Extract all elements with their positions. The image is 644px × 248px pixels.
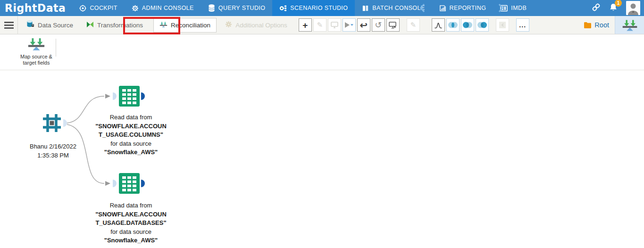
menu-label: COCKPIT: [90, 5, 117, 11]
compare-button-group: ...: [432, 18, 531, 32]
edit-icon: ✎: [410, 21, 416, 29]
database-icon: [208, 4, 215, 12]
read-node-1[interactable]: [119, 86, 140, 108]
venn-right-join-button[interactable]: [476, 18, 489, 32]
venn-left-join-button[interactable]: [461, 18, 474, 32]
reconcile-scale-icon: [622, 19, 638, 31]
read-node-2[interactable]: [119, 173, 140, 196]
folder-icon: [584, 22, 592, 28]
more-options-button[interactable]: ...: [516, 18, 529, 32]
reconciliation-mode-indicator[interactable]: [615, 16, 644, 34]
tab-data-source[interactable]: Data Source: [22, 17, 78, 33]
topbar-right-cluster: 1: [592, 0, 640, 16]
run-server-icon: [389, 22, 397, 29]
menu-item-reporting[interactable]: REPORTING: [432, 0, 493, 16]
datasource-db-icon: [26, 20, 34, 30]
add-button[interactable]: +: [299, 18, 312, 32]
tab-label: Additional Options: [235, 22, 287, 29]
read-node-2-input-port[interactable]: [113, 180, 117, 187]
panel-collapse-button: [496, 18, 509, 32]
menu-item-query-studio[interactable]: QUERY STUDIO: [201, 0, 273, 16]
app-root: RightData COCKPIT ADMIN CONSOLE QUERY ST…: [0, 0, 644, 248]
distribution-curve-icon: [434, 22, 443, 29]
edit-scenario-button: ✎: [407, 18, 420, 32]
scenario-toolbar: Data Source Transformations Reconciliati…: [0, 16, 644, 34]
tab-additional-options: Additional Options: [220, 18, 292, 32]
scenario-flow-icon: [279, 5, 287, 12]
transform-bowtie-icon: [86, 21, 94, 30]
source-node-label: Bhanu 2/16/2022 1:35:38 PM: [14, 142, 92, 160]
read-node-1-output-port[interactable]: [141, 92, 145, 100]
action-button-group: + ✎ ↩ ↺ ✎: [299, 18, 421, 32]
scenario-canvas[interactable]: Map source & target fields Bhanu 2/16/20…: [0, 35, 644, 248]
read-node-2-output-port[interactable]: [141, 180, 145, 187]
arrowhead-icon: [105, 94, 110, 99]
tab-reconciliation[interactable]: Reconciliation: [153, 18, 217, 33]
edit-button: ✎: [313, 18, 326, 32]
hamburger-icon: [4, 22, 14, 29]
map-source-target-tool[interactable]: Map source & target fields: [19, 38, 54, 66]
menu-label: QUERY STUDIO: [218, 5, 266, 11]
map-scale-icon: [27, 38, 45, 50]
menu-label: BATCH CONSOLE: [372, 5, 425, 11]
dropdown-caret-icon: [351, 24, 353, 26]
table-node-icon: [119, 86, 140, 107]
edit-icon: ✎: [317, 21, 323, 29]
avatar[interactable]: [626, 1, 640, 15]
menu-label: ADMIN CONSOLE: [142, 5, 194, 11]
cockpit-icon: [79, 5, 86, 12]
menu-item-scenario-studio[interactable]: SCENARIO STUDIO: [272, 0, 355, 16]
menu-label: SCENARIO STUDIO: [290, 5, 348, 11]
venn-inner-join-button[interactable]: [446, 18, 460, 32]
report-chart-icon: [439, 5, 446, 12]
palette-divider-line: [0, 70, 644, 70]
run-button[interactable]: [343, 18, 356, 32]
source-scenario-node[interactable]: [42, 113, 62, 135]
venn-right-join-icon: [476, 21, 488, 29]
tab-label: Reconciliation: [171, 22, 210, 29]
play-icon: [345, 22, 350, 28]
source-output-port[interactable]: [63, 119, 67, 127]
history-button[interactable]: ↺: [372, 18, 385, 32]
hash-node-icon: [42, 113, 62, 133]
distribution-button[interactable]: [432, 18, 445, 32]
ellipsis-icon: ...: [519, 22, 526, 28]
menu-label: IMDB: [511, 5, 527, 11]
map-tool-label: Map source & target fields: [19, 54, 54, 66]
panel-collapse-icon: [499, 21, 506, 29]
main-menu: COCKPIT ADMIN CONSOLE QUERY STUDIO SCENA…: [72, 0, 534, 16]
venn-left-join-icon: [461, 21, 474, 29]
venn-inner-join-icon: [447, 21, 459, 29]
notifications-bell[interactable]: 1: [609, 3, 618, 14]
gear-icon: [132, 5, 139, 12]
hamburger-menu-button[interactable]: [0, 16, 18, 34]
menu-label: REPORTING: [450, 5, 486, 11]
tab-transformations[interactable]: Transformations: [82, 18, 148, 33]
arrowhead-icon: [105, 181, 110, 186]
plus-icon: +: [302, 21, 308, 30]
tab-label: Data Source: [38, 22, 73, 29]
undo-button[interactable]: ↩: [357, 18, 370, 32]
root-folder-button[interactable]: Root: [584, 21, 609, 29]
palette-separator: [56, 39, 56, 57]
read-node-1-label: Read data from "SNOWFLAKE.ACCOUN T_USAGE…: [90, 113, 172, 157]
history-icon: ↺: [375, 21, 382, 29]
run-server-button[interactable]: [386, 18, 400, 32]
root-label: Root: [594, 21, 609, 29]
notification-badge: 1: [615, 0, 622, 7]
preview-button: [328, 18, 341, 32]
menu-item-admin-console[interactable]: ADMIN CONSOLE: [125, 0, 201, 16]
reconcile-scale-icon: [159, 21, 167, 29]
rightdata-logo[interactable]: RightData: [5, 2, 66, 14]
read-node-2-label: Read data from "SNOWFLAKE.ACCOUN T_USAGE…: [90, 201, 172, 245]
table-node-icon: [119, 173, 140, 194]
chevron-right-icon[interactable]: [498, 3, 504, 15]
options-gear-icon: [225, 21, 232, 29]
menu-item-cockpit[interactable]: COCKPIT: [72, 0, 124, 16]
monitor-icon: [331, 22, 338, 28]
undo-icon: ↩: [360, 21, 368, 30]
link-icon[interactable]: [592, 3, 601, 14]
read-node-1-input-port[interactable]: [113, 92, 117, 100]
batch-book-icon: [362, 5, 369, 12]
chevron-left-icon[interactable]: [419, 3, 426, 15]
